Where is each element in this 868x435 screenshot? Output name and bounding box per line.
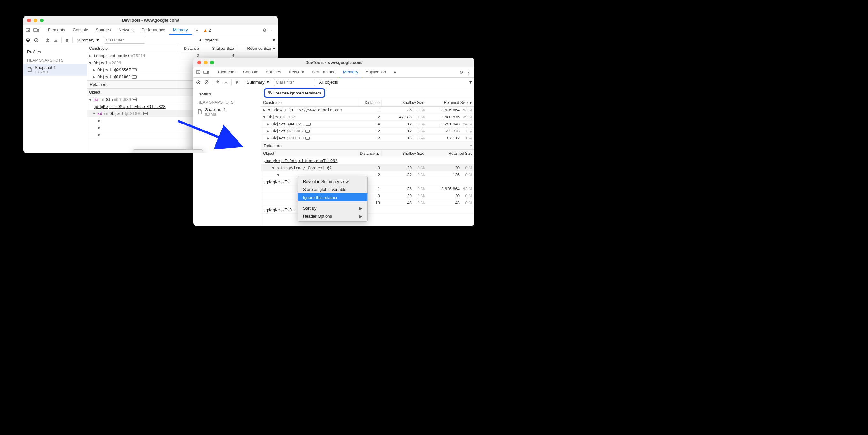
kebab-icon[interactable]: ⋮	[270, 28, 274, 33]
close-icon[interactable]	[197, 61, 201, 64]
ctx-ignore-retainer[interactable]: Ignore this retainer	[298, 193, 367, 201]
table-row[interactable]: ▼ b in system / Context @?3200 %200 %	[261, 164, 474, 172]
table-row[interactable]: ,qddgKe,sTs	[261, 178, 474, 185]
tab-elements[interactable]: Elements	[44, 25, 69, 35]
gear-icon[interactable]: ⚙	[459, 70, 463, 75]
sidebar-item-snapshot[interactable]: Snapshot 19.3 MB	[193, 106, 261, 118]
tab-memory[interactable]: Memory	[339, 67, 362, 77]
table-row[interactable]: 1360 %8 626 66493 %	[261, 185, 474, 192]
svg-rect-2	[37, 29, 39, 32]
import-icon[interactable]	[223, 80, 229, 85]
table-row[interactable]: ▶ Object @216867 2120 %622 3767 %	[261, 128, 474, 135]
close-icon[interactable]	[27, 19, 31, 22]
profiles-sidebar: Profiles HEAP SNAPSHOTS Snapshot 19.3 MB	[193, 87, 261, 226]
ctx-reveal[interactable]: Reveal in Summary view	[298, 178, 367, 185]
tab-performance[interactable]: Performance	[308, 67, 339, 77]
gear-icon[interactable]: ⚙	[263, 28, 267, 33]
col-object[interactable]: Object	[261, 150, 359, 157]
clear-icon[interactable]	[33, 37, 39, 43]
class-filter-input[interactable]	[274, 79, 315, 86]
sidebar-toggle-icon[interactable]: ≡	[470, 144, 472, 149]
chevron-right-icon: ▶	[360, 214, 362, 219]
memory-main: Restore ignored retainers Constructor Di…	[261, 87, 474, 226]
col-shallow[interactable]: Shallow Size	[201, 45, 236, 52]
tab-application[interactable]: Application	[362, 67, 390, 77]
tab-sources[interactable]: Sources	[92, 25, 115, 35]
col-constructor[interactable]: Constructor	[261, 99, 359, 106]
titlebar[interactable]: DevTools - www.google.com/	[23, 15, 278, 25]
svg-line-6	[35, 39, 38, 41]
titlebar[interactable]: DevTools - www.google.com/	[193, 58, 474, 67]
col-shallow[interactable]: Shallow Size	[382, 150, 427, 157]
table-row[interactable]: ▼ Object ×1782247 1881 %3 580 57639 %	[261, 114, 474, 121]
issues-badge[interactable]: ▲2	[203, 25, 211, 35]
import-icon[interactable]	[53, 37, 59, 43]
ctx-store-global[interactable]: Store as global variable	[298, 185, 367, 193]
scope-select[interactable]: All objects	[318, 79, 339, 85]
retainers-heading: Retainers≡	[261, 142, 474, 150]
object-icon	[305, 130, 310, 133]
view-select-label: Summary	[76, 38, 94, 42]
record-icon[interactable]	[195, 80, 201, 85]
view-select[interactable]: Summary▼	[246, 79, 271, 85]
divider	[40, 27, 41, 33]
tab-console[interactable]: Console	[69, 25, 92, 35]
gc-icon[interactable]	[64, 37, 70, 43]
device-toggle-icon[interactable]	[203, 69, 209, 75]
chevron-down-icon[interactable]: ▼	[468, 80, 472, 85]
table-row[interactable]: 13480 %480 %	[261, 199, 474, 207]
col-constructor[interactable]: Constructor	[87, 45, 178, 52]
traffic-lights	[197, 61, 214, 64]
minimize-icon[interactable]	[33, 19, 37, 22]
class-filter-input[interactable]	[104, 37, 145, 44]
zoom-icon[interactable]	[40, 19, 44, 22]
inspect-icon[interactable]	[195, 69, 202, 75]
table-row[interactable]: ,quuyke,sTsDnc,utiunu,enbTi:992	[261, 157, 474, 164]
object-icon	[305, 136, 310, 140]
snapshot-name: Snapshot 1	[205, 107, 226, 112]
minimize-icon[interactable]	[204, 61, 208, 64]
col-retained[interactable]: Retained Size ▼	[427, 99, 474, 106]
col-distance[interactable]: Distance	[359, 99, 382, 106]
view-select[interactable]: Summary▼	[75, 37, 101, 43]
ctx-reveal[interactable]: Reveal in Summary view	[133, 151, 203, 153]
tab-performance[interactable]: Performance	[137, 25, 169, 35]
table-row[interactable]: ▼ 2320 %1360 %	[261, 172, 474, 178]
gc-icon[interactable]	[234, 80, 240, 85]
scope-select[interactable]: All objects	[197, 37, 219, 43]
col-retained[interactable]: Retained Size ▼	[236, 45, 278, 52]
col-distance[interactable]: Distance	[178, 45, 201, 52]
kebab-icon[interactable]: ⋮	[466, 70, 470, 75]
sidebar-item-snapshot[interactable]: Snapshot 1 13.6 MB	[23, 64, 87, 75]
table-row[interactable]: 3200 %200 %	[261, 192, 474, 199]
table-row[interactable]: ,qddgKe,sTsD…	[261, 207, 474, 214]
tab-memory[interactable]: Memory	[169, 25, 192, 35]
tab-network[interactable]: Network	[285, 67, 308, 77]
clear-icon[interactable]	[204, 80, 209, 85]
export-icon[interactable]	[45, 37, 51, 43]
inspect-icon[interactable]	[25, 27, 32, 33]
table-row[interactable]: ▶ Object @461651 4120 %2 251 04824 %	[261, 121, 474, 128]
snapshot-icon	[27, 67, 32, 72]
col-shallow[interactable]: Shallow Size	[382, 99, 427, 106]
tab-sources[interactable]: Sources	[262, 67, 285, 77]
tab-elements[interactable]: Elements	[214, 67, 239, 77]
tab-console[interactable]: Console	[239, 67, 262, 77]
zoom-icon[interactable]	[210, 61, 214, 64]
record-icon[interactable]	[25, 37, 31, 43]
restore-ignored-retainers-button[interactable]: Restore ignored retainers	[264, 88, 325, 98]
table-row[interactable]: ▶ Object @241763 2160 %87 1121 %	[261, 135, 474, 142]
chevron-down-icon[interactable]: ▼	[272, 38, 276, 42]
device-toggle-icon[interactable]	[33, 27, 39, 33]
tabs-overflow-button[interactable]: »	[192, 25, 202, 35]
sidebar-heading: Profiles	[193, 90, 261, 98]
sidebar-section-label: HEAP SNAPSHOTS	[23, 56, 87, 64]
col-distance[interactable]: Distance▲	[359, 150, 382, 157]
table-row[interactable]: ▶ Window / https://www.google.com1360 %8…	[261, 106, 474, 114]
tab-network[interactable]: Network	[115, 25, 138, 35]
ctx-header-options[interactable]: Header Options▶	[298, 212, 367, 220]
col-retained[interactable]: Retained Size	[427, 150, 474, 157]
export-icon[interactable]	[215, 80, 221, 85]
ctx-sort-by[interactable]: Sort By▶	[298, 204, 367, 212]
tabs-overflow-button[interactable]: »	[390, 67, 400, 77]
